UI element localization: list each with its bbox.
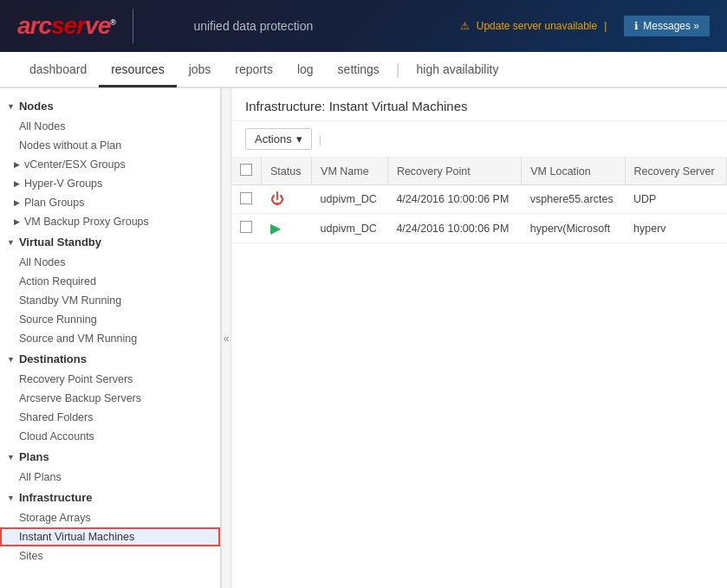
nav-separator: | bbox=[392, 61, 405, 79]
row2-vm-location: hyperv(Microsoft bbox=[522, 214, 625, 243]
row2-recovery-point: 4/24/2016 10:00:06 PM bbox=[387, 214, 521, 243]
table-container: Status VM Name Recovery Point VM Locatio… bbox=[231, 158, 727, 243]
info-icon: ℹ bbox=[634, 20, 639, 32]
table-row[interactable]: ⏻ udpivm_DC 4/24/2016 10:00:06 PM vspher… bbox=[231, 185, 727, 214]
nav-jobs[interactable]: jobs bbox=[177, 54, 224, 87]
actions-button[interactable]: Actions ▾ bbox=[245, 128, 312, 150]
toolbar: Actions ▾ | bbox=[231, 121, 727, 158]
sidebar-item-sites[interactable]: Sites bbox=[0, 546, 220, 565]
sidebar-item-source-running[interactable]: Source Running bbox=[0, 310, 220, 329]
hyperv-expand-icon: ▶ bbox=[14, 179, 20, 188]
header-subtitle: unified data protection bbox=[64, 19, 443, 33]
dest-collapse-icon: ▼ bbox=[7, 355, 15, 364]
sidebar-item-recovery-point-servers[interactable]: Recovery Point Servers bbox=[0, 370, 220, 389]
row1-recovery-server: UDP bbox=[625, 185, 726, 214]
plans-section-label: Plans bbox=[19, 450, 49, 463]
nav-high-availability[interactable]: high availability bbox=[405, 54, 511, 87]
messages-button[interactable]: ℹ Messages » bbox=[624, 16, 710, 36]
col-vm-name: VM Name bbox=[312, 158, 388, 185]
collapse-icon: « bbox=[224, 333, 230, 345]
sidebar-item-all-nodes[interactable]: All Nodes bbox=[0, 117, 220, 136]
row2-status: ▶ bbox=[262, 214, 312, 243]
row1-vm-location: vsphere55.arctes bbox=[522, 185, 625, 214]
sidebar-group-plan-groups[interactable]: ▶ Plan Groups bbox=[0, 193, 220, 212]
nav-dashboard[interactable]: dashboard bbox=[17, 54, 99, 87]
sidebar-section-virtual-standby[interactable]: ▼ Virtual Standby bbox=[0, 231, 220, 253]
sidebar-item-source-and-vm-running[interactable]: Source and VM Running bbox=[0, 329, 220, 348]
sidebar-section-nodes[interactable]: ▼ Nodes bbox=[0, 95, 220, 117]
main-layout: ▼ Nodes All Nodes Nodes without a Plan ▶… bbox=[0, 88, 727, 588]
main-nav: dashboard resources jobs reports log set… bbox=[0, 52, 727, 88]
alert-separator: | bbox=[604, 20, 607, 32]
row2-checkbox[interactable] bbox=[231, 214, 262, 243]
sidebar-item-storage-arrays[interactable]: Storage Arrays bbox=[0, 508, 220, 527]
plans-collapse-icon: ▼ bbox=[7, 453, 15, 462]
sidebar-item-all-plans[interactable]: All Plans bbox=[0, 468, 220, 487]
destinations-items: Recovery Point Servers Arcserve Backup S… bbox=[0, 370, 220, 446]
infrastructure-items: Storage Arrays Instant Virtual Machines … bbox=[0, 508, 220, 565]
vm-backup-proxy-label: VM Backup Proxy Groups bbox=[24, 216, 149, 228]
main-content: Infrastructure: Instant Virtual Machines… bbox=[231, 88, 727, 588]
warning-icon: ⚠ bbox=[460, 20, 470, 32]
sidebar: ▼ Nodes All Nodes Nodes without a Plan ▶… bbox=[0, 88, 221, 588]
header-alerts: ⚠ Update server unavailable | bbox=[460, 20, 607, 32]
sidebar-collapse-handle[interactable]: « bbox=[221, 88, 231, 588]
plan-groups-label: Plan Groups bbox=[24, 197, 84, 209]
table-row[interactable]: ▶ udpivm_DC 4/24/2016 10:00:06 PM hyperv… bbox=[231, 214, 727, 243]
col-recovery-server: Recovery Server bbox=[625, 158, 726, 185]
alert-text: Update server unavailable bbox=[477, 20, 597, 32]
hyperv-label: Hyper-V Groups bbox=[24, 178, 102, 190]
nodes-items: All Nodes Nodes without a Plan ▶ vCenter… bbox=[0, 117, 220, 231]
vm-backup-proxy-expand-icon: ▶ bbox=[14, 217, 20, 226]
infra-collapse-icon: ▼ bbox=[7, 494, 15, 502]
vcenter-expand-icon: ▶ bbox=[14, 160, 20, 169]
nodes-collapse-icon: ▼ bbox=[7, 102, 15, 111]
nav-reports[interactable]: reports bbox=[223, 54, 285, 87]
sidebar-item-action-required[interactable]: Action Required bbox=[0, 272, 220, 291]
row2-recovery-server: hyperv bbox=[625, 214, 726, 243]
table-header-row: Status VM Name Recovery Point VM Locatio… bbox=[231, 158, 727, 185]
vm-table: Status VM Name Recovery Point VM Locatio… bbox=[231, 158, 727, 243]
toolbar-separator: | bbox=[319, 132, 321, 145]
nav-log[interactable]: log bbox=[285, 54, 326, 87]
dest-section-label: Destinations bbox=[19, 352, 87, 365]
row1-status: ⏻ bbox=[262, 185, 312, 214]
virtual-standby-items: All Nodes Action Required Standby VM Run… bbox=[0, 253, 220, 348]
sidebar-item-vs-all-nodes[interactable]: All Nodes bbox=[0, 253, 220, 272]
power-icon: ⏻ bbox=[270, 191, 284, 206]
page-title: Infrastructure: Instant Virtual Machines bbox=[231, 88, 727, 121]
sidebar-group-vcenter[interactable]: ▶ vCenter/ESX Groups bbox=[0, 155, 220, 174]
sidebar-item-nodes-without-plan[interactable]: Nodes without a Plan bbox=[0, 136, 220, 155]
vcenter-label: vCenter/ESX Groups bbox=[24, 158, 126, 171]
col-recovery-point: Recovery Point bbox=[387, 158, 521, 185]
plan-groups-expand-icon: ▶ bbox=[14, 198, 20, 207]
sidebar-section-destinations[interactable]: ▼ Destinations bbox=[0, 348, 220, 370]
sidebar-section-infrastructure[interactable]: ▼ Infrastructure bbox=[0, 487, 220, 508]
actions-label: Actions bbox=[255, 132, 292, 145]
vs-section-label: Virtual Standby bbox=[19, 236, 101, 249]
nav-resources[interactable]: resources bbox=[99, 54, 176, 87]
col-status: Status bbox=[262, 158, 312, 185]
sidebar-item-shared-folders[interactable]: Shared Folders bbox=[0, 408, 220, 427]
app-header: arcserve® unified data protection ⚠ Upda… bbox=[0, 0, 727, 52]
row1-recovery-point: 4/24/2016 10:00:06 PM bbox=[387, 185, 521, 214]
sidebar-item-instant-virtual-machines[interactable]: Instant Virtual Machines bbox=[0, 527, 220, 546]
sidebar-group-vm-backup-proxy[interactable]: ▶ VM Backup Proxy Groups bbox=[0, 212, 220, 231]
col-vm-location: VM Location bbox=[522, 158, 625, 185]
sidebar-group-hyperv[interactable]: ▶ Hyper-V Groups bbox=[0, 174, 220, 193]
row1-checkbox[interactable] bbox=[231, 185, 262, 214]
col-checkbox bbox=[231, 158, 262, 185]
actions-dropdown-icon: ▾ bbox=[296, 132, 302, 145]
sidebar-item-arcserve-backup-servers[interactable]: Arcserve Backup Servers bbox=[0, 389, 220, 408]
nav-settings[interactable]: settings bbox=[326, 54, 392, 87]
play-icon: ▶ bbox=[270, 221, 281, 236]
sidebar-item-cloud-accounts[interactable]: Cloud Accounts bbox=[0, 427, 220, 446]
header-checkbox[interactable] bbox=[240, 164, 252, 176]
messages-label: Messages » bbox=[643, 20, 699, 32]
vs-collapse-icon: ▼ bbox=[7, 238, 15, 247]
infra-section-label: Infrastructure bbox=[19, 491, 93, 504]
sidebar-item-standby-vm-running[interactable]: Standby VM Running bbox=[0, 291, 220, 310]
sidebar-section-plans[interactable]: ▼ Plans bbox=[0, 446, 220, 468]
row1-vm-name: udpivm_DC bbox=[312, 185, 388, 214]
plans-items: All Plans bbox=[0, 468, 220, 487]
